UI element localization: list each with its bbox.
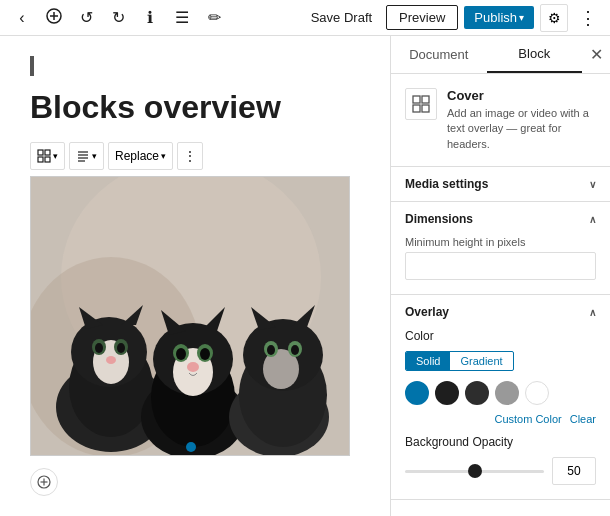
align-button[interactable]: ▾ — [69, 142, 104, 170]
dimensions-label: Dimensions — [405, 212, 473, 226]
min-height-input[interactable] — [405, 252, 596, 280]
block-info-icon — [405, 88, 437, 120]
svg-rect-53 — [422, 105, 429, 112]
toolbar-left: ‹ ↺ ↻ ℹ ☰ ✏ — [8, 4, 228, 32]
preview-button[interactable]: Preview — [386, 5, 458, 30]
tab-block[interactable]: Block — [487, 36, 583, 73]
align-chevron: ▾ — [92, 151, 97, 161]
overlay-section: Overlay ∧ Color Solid Gradient — [391, 295, 610, 500]
block-toolbar: ▾ ▾ Replace ▾ ⋮ — [30, 142, 360, 170]
overlay-chevron: ∧ — [589, 307, 596, 318]
opacity-input[interactable] — [552, 457, 596, 485]
back-icon: ‹ — [19, 9, 24, 27]
more-icon: ⋮ — [579, 7, 597, 29]
settings-button[interactable]: ⚙ — [540, 4, 568, 32]
main-area: Blocks overview ▾ ▾ — [0, 36, 610, 516]
svg-rect-52 — [413, 105, 420, 112]
color-swatch-dark2[interactable] — [465, 381, 489, 405]
info-button[interactable]: ℹ — [136, 4, 164, 32]
overlay-header[interactable]: Overlay ∧ — [391, 295, 610, 329]
more-options-button[interactable]: ⋮ — [574, 4, 602, 32]
svg-point-46 — [186, 442, 196, 452]
toolbar-right: Save Draft Preview Publish ▾ ⚙ ⋮ — [303, 4, 602, 32]
block-name: Cover — [447, 88, 596, 103]
overlay-label: Overlay — [405, 305, 449, 319]
replace-button[interactable]: Replace ▾ — [108, 142, 173, 170]
overlay-content: Color Solid Gradient Custom Color — [391, 329, 610, 499]
add-block-area — [30, 468, 360, 496]
color-actions: Custom Color Clear — [405, 413, 596, 425]
edit-button[interactable]: ✏ — [200, 4, 228, 32]
custom-color-button[interactable]: Custom Color — [494, 413, 561, 425]
close-icon: ✕ — [590, 45, 603, 64]
dimensions-header[interactable]: Dimensions ∧ — [391, 202, 610, 236]
min-height-label: Minimum height in pixels — [405, 236, 596, 248]
opacity-thumb[interactable] — [468, 464, 482, 478]
media-settings-chevron: ∨ — [589, 179, 596, 190]
dimensions-content: Minimum height in pixels — [391, 236, 610, 294]
opacity-slider-wrapper[interactable] — [405, 461, 544, 481]
add-block-toolbar-button[interactable] — [40, 4, 68, 32]
block-info: Cover Add an image or video with a text … — [391, 74, 610, 167]
tab-document[interactable]: Document — [391, 36, 487, 73]
block-info-text: Cover Add an image or video with a text … — [447, 88, 596, 152]
dimensions-section: Dimensions ∧ Minimum height in pixels — [391, 202, 610, 295]
svg-point-35 — [187, 362, 199, 372]
svg-point-44 — [267, 345, 275, 355]
list-view-button[interactable]: ☰ — [168, 4, 196, 32]
block-type-chevron: ▾ — [53, 151, 58, 161]
block-more-icon: ⋮ — [184, 149, 196, 163]
svg-point-33 — [176, 348, 186, 360]
clear-color-button[interactable]: Clear — [570, 413, 596, 425]
dimensions-chevron: ∧ — [589, 214, 596, 225]
block-more-button[interactable]: ⋮ — [177, 142, 203, 170]
edit-icon: ✏ — [208, 8, 221, 27]
add-icon — [46, 8, 62, 28]
color-swatch-white[interactable] — [525, 381, 549, 405]
svg-rect-5 — [38, 157, 43, 162]
color-swatch-gray[interactable] — [495, 381, 519, 405]
editor-area: Blocks overview ▾ ▾ — [0, 36, 390, 516]
redo-button[interactable]: ↻ — [104, 4, 132, 32]
publish-button[interactable]: Publish ▾ — [464, 6, 534, 29]
list-icon: ☰ — [175, 8, 189, 27]
media-settings-section: Media settings ∨ — [391, 167, 610, 202]
opacity-label: Background Opacity — [405, 435, 596, 449]
cover-image — [31, 177, 350, 456]
replace-chevron: ▾ — [161, 151, 166, 161]
svg-rect-3 — [38, 150, 43, 155]
media-settings-header[interactable]: Media settings ∨ — [391, 167, 610, 201]
block-type-button[interactable]: ▾ — [30, 142, 65, 170]
page-title: Blocks overview — [30, 88, 360, 126]
sidebar: Document Block ✕ Cover Add an image or v… — [390, 36, 610, 516]
color-swatch-dark1[interactable] — [435, 381, 459, 405]
svg-point-34 — [200, 348, 210, 360]
svg-rect-51 — [422, 96, 429, 103]
gradient-tab[interactable]: Gradient — [450, 352, 512, 370]
info-icon: ℹ — [147, 8, 153, 27]
save-draft-button[interactable]: Save Draft — [303, 6, 380, 29]
settings-icon: ⚙ — [548, 10, 561, 26]
color-swatch-blue[interactable] — [405, 381, 429, 405]
add-block-button[interactable] — [30, 468, 58, 496]
color-type-toggle: Solid Gradient — [405, 351, 514, 371]
undo-button[interactable]: ↺ — [72, 4, 100, 32]
sidebar-close-button[interactable]: ✕ — [582, 36, 610, 72]
opacity-row — [405, 457, 596, 485]
svg-point-45 — [291, 345, 299, 355]
cursor-indicator — [30, 56, 34, 76]
color-label: Color — [405, 329, 596, 343]
solid-tab[interactable]: Solid — [406, 352, 450, 370]
sidebar-tabs: Document Block ✕ — [391, 36, 610, 74]
undo-icon: ↺ — [80, 8, 93, 27]
svg-rect-6 — [45, 157, 50, 162]
color-swatches — [405, 381, 596, 405]
cover-block[interactable] — [30, 176, 350, 456]
svg-point-22 — [95, 343, 103, 353]
svg-rect-50 — [413, 96, 420, 103]
back-button[interactable]: ‹ — [8, 4, 36, 32]
svg-point-24 — [106, 356, 116, 364]
redo-icon: ↻ — [112, 8, 125, 27]
media-settings-label: Media settings — [405, 177, 488, 191]
top-toolbar: ‹ ↺ ↻ ℹ ☰ ✏ Save Draft Pre — [0, 0, 610, 36]
